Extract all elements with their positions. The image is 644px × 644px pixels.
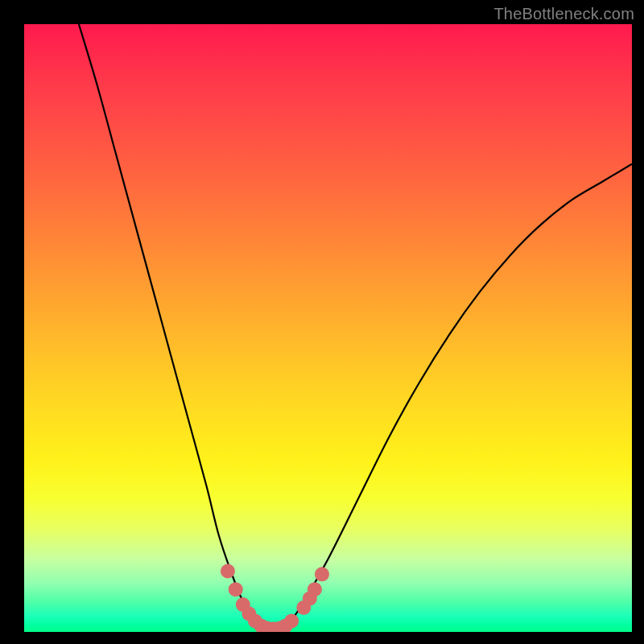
curve-marker bbox=[315, 567, 329, 581]
curve-marker bbox=[266, 621, 281, 632]
curve-marker bbox=[254, 618, 268, 632]
curve-marker bbox=[248, 613, 262, 628]
curve-marker bbox=[308, 582, 322, 597]
watermark-text: TheBottleneck.com bbox=[493, 5, 634, 23]
curve-marker bbox=[303, 591, 317, 605]
curve-marker bbox=[296, 601, 311, 615]
bottleneck-curve bbox=[79, 24, 632, 630]
chart-svg bbox=[24, 24, 632, 632]
curve-marker bbox=[242, 606, 256, 621]
curve-marker bbox=[279, 618, 293, 632]
curve-marker bbox=[229, 582, 243, 597]
curve-marker bbox=[260, 621, 275, 632]
chart-plot-area bbox=[24, 24, 632, 632]
curve-marker bbox=[272, 621, 287, 632]
marker-group bbox=[221, 564, 329, 633]
curve-marker bbox=[284, 613, 299, 628]
curve-marker bbox=[221, 564, 235, 579]
curve-marker bbox=[236, 597, 250, 612]
